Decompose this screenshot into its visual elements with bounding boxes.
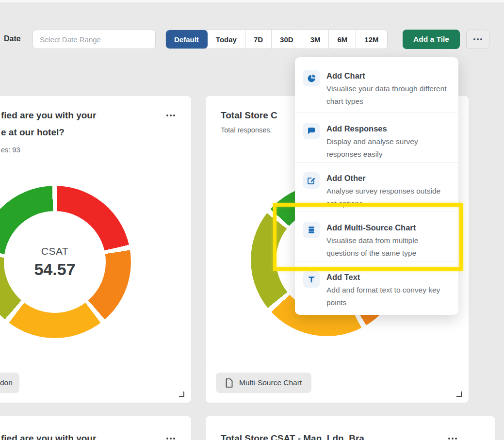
menu-item-description: Visualise your data through different ch… <box>326 82 449 108</box>
menu-item-title: Add Chart <box>326 70 449 81</box>
menu-item-description: Add and format text to convey key points <box>326 284 449 309</box>
menu-item-description: Display and analyse survey responses eas… <box>326 135 449 161</box>
donut-metric-value: 54.57 <box>34 260 75 279</box>
multi-source-chart-tag[interactable]: Multi-Source Chart <box>216 373 311 393</box>
range-button-7d[interactable]: 7D <box>245 30 272 49</box>
tile-title: Total Store CSAT - Man, Ldn, Bra <box>221 430 364 440</box>
menu-item-title: Add Text <box>326 271 449 283</box>
menu-item-title: Add Multi-Source Chart <box>326 222 449 233</box>
donut-center: CSAT 54.57 <box>4 211 106 313</box>
tile-menu-icon[interactable] <box>448 438 457 440</box>
pie-chart-icon <box>303 70 320 86</box>
range-button-today[interactable]: Today <box>208 30 245 49</box>
menu-item-add-responses[interactable]: Add Responses Display and analyse survey… <box>295 113 458 162</box>
menu-item-add-chart[interactable]: Add Chart Visualise your data through di… <box>295 57 458 113</box>
location-tag-label: don <box>0 378 13 387</box>
tile-title-line2: e at our hotel? <box>1 124 161 141</box>
tile-total-store-row2: Total Store CSAT - Man, Ldn, Bra <box>206 416 495 440</box>
tile-title: fied are you with your <box>1 107 161 124</box>
tile-menu-icon[interactable] <box>166 114 175 116</box>
range-button-3m[interactable]: 3M <box>302 30 329 49</box>
date-range-button-group: Default Today 7D 30D 3M 6M 12M <box>165 30 388 49</box>
date-range-input[interactable] <box>33 30 156 49</box>
resize-handle-icon[interactable] <box>179 391 184 397</box>
tile-satisfaction: fied are you with your e at our hotel? e… <box>0 96 191 403</box>
text-tool-icon <box>303 271 320 288</box>
menu-item-add-other[interactable]: Add Other Analyse survey responses outsi… <box>295 162 458 212</box>
menu-item-description: Visualise data from multiple questions o… <box>326 234 449 260</box>
date-label: Date <box>4 34 21 43</box>
range-button-default[interactable]: Default <box>166 30 208 49</box>
top-edge-strip <box>0 0 504 2</box>
menu-item-title: Add Responses <box>326 123 449 134</box>
speech-bubble-icon <box>303 123 320 139</box>
add-tile-dropdown-menu: Add Chart Visualise your data through di… <box>295 57 458 315</box>
donut-metric-label: CSAT <box>41 245 68 257</box>
range-button-12m[interactable]: 12M <box>356 30 387 49</box>
add-tile-button[interactable]: Add a Tile <box>403 30 460 49</box>
database-icon <box>303 222 320 238</box>
tile-satisfaction-row2: fied are you with your <box>0 416 191 440</box>
tile-footer-divider <box>0 368 191 368</box>
range-button-6m[interactable]: 6M <box>329 30 356 49</box>
menu-item-add-text[interactable]: Add Text Add and format text to convey k… <box>295 261 458 310</box>
menu-item-add-multi-source-chart[interactable]: Add Multi-Source Chart Visualise data fr… <box>295 212 458 261</box>
resize-handle-icon[interactable] <box>456 391 462 397</box>
tile-menu-icon[interactable] <box>166 438 175 440</box>
menu-item-description: Analyse survey responses outside set opt… <box>326 185 449 210</box>
range-button-30d[interactable]: 30D <box>272 30 302 49</box>
more-options-button[interactable] <box>466 30 489 49</box>
multi-source-chart-tag-label: Multi-Source Chart <box>239 378 302 387</box>
tile-title: fied are you with your <box>1 430 96 440</box>
location-tag[interactable]: don <box>0 373 19 393</box>
edit-pencil-icon <box>303 172 320 189</box>
document-icon <box>226 378 233 388</box>
menu-item-title: Add Other <box>326 172 449 184</box>
tile-footer-divider <box>206 368 469 368</box>
csat-donut-chart: CSAT 54.57 <box>0 186 131 338</box>
ellipsis-icon <box>473 38 482 40</box>
tile-responses-count: es: 93 <box>1 146 161 154</box>
